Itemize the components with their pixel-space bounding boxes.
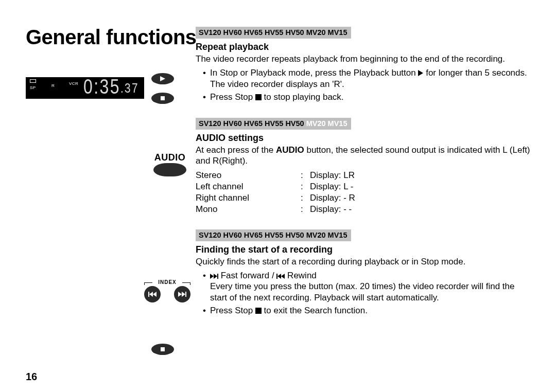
svg-marker-9 — [418, 70, 423, 76]
svg-rect-1 — [161, 96, 165, 100]
stop-icon — [255, 94, 262, 100]
section1-bullet1: In Stop or Playback mode, press the Play… — [203, 67, 530, 90]
model-tag: SV120 — [199, 231, 221, 239]
table-row: Right channel:Display: - R — [196, 192, 357, 204]
svg-marker-11 — [214, 274, 217, 279]
table-row: Stereo:Display: LR — [196, 170, 357, 181]
vcr-vcr-label: VCR — [69, 81, 78, 86]
table-cell: Display: - R — [310, 192, 357, 204]
model-tag: HV60 — [223, 119, 242, 128]
play-stop-buttons — [149, 72, 176, 105]
svg-rect-2 — [148, 292, 149, 297]
model-tag: MV15 — [328, 28, 348, 37]
page-number: 16 — [26, 371, 37, 383]
model-tag: HV65 — [244, 119, 263, 128]
table-cell: Right channel — [196, 192, 301, 204]
svg-marker-0 — [160, 76, 165, 81]
table-cell: Display: LR — [310, 170, 357, 181]
model-tag: HV55 — [265, 28, 283, 37]
table-cell: Display: - - — [310, 204, 357, 215]
svg-rect-8 — [161, 347, 165, 351]
svg-marker-14 — [277, 274, 281, 279]
table-cell: Display: L - — [310, 181, 357, 192]
section2-intro: At each press of the AUDIO button, the s… — [196, 145, 530, 167]
model-tag: HV65 — [244, 28, 263, 37]
model-tag: HV55 — [265, 119, 283, 128]
model-tag: HV60 — [223, 231, 242, 239]
model-tag: SV120 — [199, 28, 221, 37]
vcr-sp-label: SP — [30, 85, 36, 90]
table-cell: : — [301, 170, 310, 181]
model-tag: MV20 — [306, 231, 326, 239]
index-forward-icon — [174, 286, 190, 302]
play-icon — [418, 70, 423, 76]
vcr-time: 0:35.37 — [83, 75, 139, 98]
model-tag: HV50 — [285, 119, 304, 128]
fast-forward-icon — [210, 274, 218, 279]
stop-button-icon — [151, 93, 174, 104]
model-tag: HV65 — [244, 231, 263, 239]
table-cell: Left channel — [196, 181, 301, 192]
rewind-icon — [276, 274, 285, 279]
index-label: INDEX — [144, 279, 190, 285]
section3-bullet2: Press Stop to exit the Search function. — [203, 305, 530, 316]
audio-pill-icon — [153, 163, 186, 176]
stop-button-icon-2 — [151, 344, 174, 355]
model-tag: MV20 — [306, 119, 326, 128]
section2-heading: AUDIO settings — [196, 133, 530, 144]
svg-marker-10 — [210, 274, 214, 279]
vcr-box-icon — [30, 79, 36, 83]
svg-marker-6 — [182, 292, 185, 297]
audio-button-label: AUDIO — [149, 152, 190, 163]
model-tag: HV55 — [265, 231, 283, 239]
table-cell: : — [301, 204, 310, 215]
model-tag: HV50 — [285, 231, 304, 239]
audio-button: AUDIO — [149, 152, 190, 176]
table-cell: : — [301, 181, 310, 192]
vcr-time-main: 0:35 — [83, 75, 120, 98]
vcr-r-label: R — [51, 83, 55, 88]
table-cell: : — [301, 192, 310, 204]
model-tag: HV50 — [285, 28, 304, 37]
model-tag: MV15 — [328, 231, 348, 239]
stop-icon — [255, 308, 262, 314]
play-button-icon — [151, 73, 174, 84]
section3-bullet1: Fast forward / RewindEvery time you pres… — [203, 270, 530, 303]
svg-marker-5 — [178, 292, 182, 297]
model-bar-2: SV120HV60HV65HV55HV50MV20MV15 — [196, 118, 351, 130]
model-bar-3: SV120HV60HV65HV55HV50MV20MV15 — [196, 229, 351, 241]
model-bar-1: SV120HV60HV65HV55HV50MV20MV15 — [196, 27, 351, 39]
table-row: Left channel:Display: L - — [196, 181, 357, 192]
vcr-display: SP R VCR 0:35.37 — [26, 77, 144, 99]
section1-bullet2: Press Stop to stop playing back. — [203, 92, 530, 102]
table-row: Mono:Display: - - — [196, 204, 357, 215]
model-tag: HV60 — [223, 28, 242, 37]
model-tag: SV120 — [199, 119, 221, 128]
index-buttons: INDEX — [144, 279, 190, 302]
svg-rect-13 — [276, 274, 277, 279]
svg-marker-3 — [149, 292, 153, 297]
model-tag: MV15 — [328, 119, 348, 128]
svg-rect-7 — [185, 292, 186, 297]
vcr-time-sub: .37 — [120, 80, 139, 96]
section3-intro: Quickly finds the start of a recording d… — [196, 256, 530, 267]
table-cell: Mono — [196, 204, 301, 215]
section1-intro: The video recorder repeats playback from… — [196, 54, 530, 64]
model-tag: MV20 — [306, 28, 326, 37]
stop-button-group — [149, 343, 176, 356]
svg-marker-4 — [153, 292, 157, 297]
audio-settings-table: Stereo:Display: LRLeft channel:Display: … — [196, 170, 357, 215]
section3-heading: Finding the start of a recording — [196, 244, 530, 255]
index-rewind-icon — [144, 286, 161, 302]
section1-heading: Repeat playback — [196, 42, 530, 52]
table-cell: Stereo — [196, 170, 301, 181]
